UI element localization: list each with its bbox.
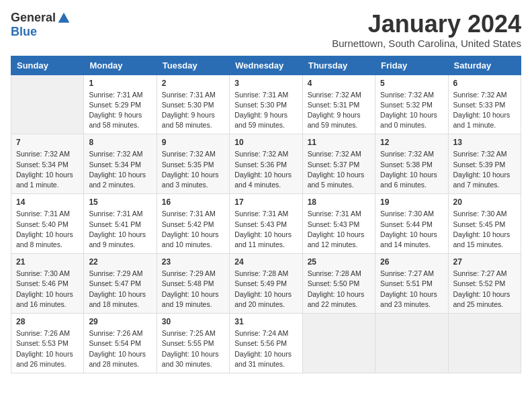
table-cell: 31Sunrise: 7:24 AMSunset: 5:56 PMDayligh…: [230, 314, 302, 373]
logo-icon: [57, 11, 71, 25]
table-cell: 7Sunrise: 7:32 AMSunset: 5:34 PMDaylight…: [11, 134, 84, 194]
table-cell: [302, 314, 375, 373]
day-number: 20: [453, 197, 516, 207]
day-number: 12: [380, 138, 443, 147]
day-info: Sunrise: 7:31 AMSunset: 5:43 PMDaylight:…: [308, 209, 370, 250]
table-cell: 24Sunrise: 7:28 AMSunset: 5:49 PMDayligh…: [230, 254, 302, 314]
calendar-header: SundayMondayTuesdayWednesdayThursdayFrid…: [11, 56, 521, 75]
day-info: Sunrise: 7:30 AMSunset: 5:45 PMDaylight:…: [453, 209, 516, 250]
day-number: 23: [162, 257, 224, 267]
table-cell: [375, 314, 448, 373]
day-number: 27: [453, 257, 516, 267]
table-cell: [11, 75, 84, 134]
header-day-saturday: Saturday: [448, 56, 521, 75]
table-cell: 9Sunrise: 7:32 AMSunset: 5:35 PMDaylight…: [157, 134, 229, 194]
table-cell: 13Sunrise: 7:32 AMSunset: 5:39 PMDayligh…: [448, 134, 521, 194]
logo: General Blue: [11, 11, 71, 39]
day-info: Sunrise: 7:31 AMSunset: 5:41 PMDaylight:…: [89, 209, 151, 250]
day-info: Sunrise: 7:32 AMSunset: 5:38 PMDaylight:…: [380, 149, 443, 190]
table-cell: 14Sunrise: 7:31 AMSunset: 5:40 PMDayligh…: [11, 194, 84, 254]
day-number: 25: [308, 257, 370, 267]
day-info: Sunrise: 7:27 AMSunset: 5:52 PMDaylight:…: [453, 269, 516, 310]
day-number: 30: [162, 317, 224, 326]
header-day-thursday: Thursday: [302, 56, 375, 75]
day-number: 26: [380, 257, 443, 267]
table-cell: 26Sunrise: 7:27 AMSunset: 5:51 PMDayligh…: [375, 254, 448, 314]
day-info: Sunrise: 7:28 AMSunset: 5:50 PMDaylight:…: [308, 269, 370, 310]
day-info: Sunrise: 7:25 AMSunset: 5:55 PMDaylight:…: [162, 328, 224, 369]
day-number: 29: [89, 317, 151, 326]
table-cell: 30Sunrise: 7:25 AMSunset: 5:55 PMDayligh…: [157, 314, 229, 373]
week-row-5: 28Sunrise: 7:26 AMSunset: 5:53 PMDayligh…: [11, 314, 521, 373]
page-header: General Blue January 2024 Burnettown, So…: [11, 11, 521, 49]
day-info: Sunrise: 7:32 AMSunset: 5:34 PMDaylight:…: [89, 149, 151, 190]
logo-blue: Blue: [11, 25, 37, 39]
table-cell: 3Sunrise: 7:31 AMSunset: 5:30 PMDaylight…: [230, 75, 302, 134]
table-cell: 21Sunrise: 7:30 AMSunset: 5:46 PMDayligh…: [11, 254, 84, 314]
day-number: 14: [16, 197, 79, 207]
table-cell: 23Sunrise: 7:29 AMSunset: 5:48 PMDayligh…: [157, 254, 229, 314]
day-info: Sunrise: 7:31 AMSunset: 5:40 PMDaylight:…: [16, 209, 79, 250]
table-cell: 11Sunrise: 7:32 AMSunset: 5:37 PMDayligh…: [302, 134, 375, 194]
calendar-table: SundayMondayTuesdayWednesdayThursdayFrid…: [11, 56, 521, 373]
header-day-monday: Monday: [84, 56, 157, 75]
week-row-3: 14Sunrise: 7:31 AMSunset: 5:40 PMDayligh…: [11, 194, 521, 254]
table-cell: 10Sunrise: 7:32 AMSunset: 5:36 PMDayligh…: [230, 134, 302, 194]
day-number: 6: [453, 79, 516, 88]
days-of-week-row: SundayMondayTuesdayWednesdayThursdayFrid…: [11, 56, 521, 75]
table-cell: 18Sunrise: 7:31 AMSunset: 5:43 PMDayligh…: [302, 194, 375, 254]
day-info: Sunrise: 7:32 AMSunset: 5:32 PMDaylight:…: [380, 90, 443, 131]
logo-general: General: [11, 11, 56, 25]
table-cell: 29Sunrise: 7:26 AMSunset: 5:54 PMDayligh…: [84, 314, 157, 373]
day-info: Sunrise: 7:29 AMSunset: 5:47 PMDaylight:…: [89, 269, 151, 310]
day-info: Sunrise: 7:24 AMSunset: 5:56 PMDaylight:…: [234, 328, 297, 369]
week-row-1: 1Sunrise: 7:31 AMSunset: 5:29 PMDaylight…: [11, 75, 521, 134]
day-info: Sunrise: 7:31 AMSunset: 5:42 PMDaylight:…: [162, 209, 224, 250]
day-number: 21: [16, 257, 79, 267]
day-info: Sunrise: 7:27 AMSunset: 5:51 PMDaylight:…: [380, 269, 443, 310]
day-info: Sunrise: 7:32 AMSunset: 5:36 PMDaylight:…: [234, 149, 297, 190]
day-number: 10: [234, 138, 297, 147]
day-number: 9: [162, 138, 224, 147]
day-info: Sunrise: 7:32 AMSunset: 5:34 PMDaylight:…: [16, 149, 79, 190]
table-cell: 4Sunrise: 7:32 AMSunset: 5:31 PMDaylight…: [302, 75, 375, 134]
table-cell: 5Sunrise: 7:32 AMSunset: 5:32 PMDaylight…: [375, 75, 448, 134]
day-info: Sunrise: 7:31 AMSunset: 5:43 PMDaylight:…: [234, 209, 297, 250]
table-cell: 19Sunrise: 7:30 AMSunset: 5:44 PMDayligh…: [375, 194, 448, 254]
day-info: Sunrise: 7:31 AMSunset: 5:29 PMDaylight:…: [89, 90, 151, 131]
day-info: Sunrise: 7:30 AMSunset: 5:44 PMDaylight:…: [380, 209, 443, 250]
table-cell: 12Sunrise: 7:32 AMSunset: 5:38 PMDayligh…: [375, 134, 448, 194]
table-cell: 1Sunrise: 7:31 AMSunset: 5:29 PMDaylight…: [84, 75, 157, 134]
day-number: 18: [308, 197, 370, 207]
day-number: 22: [89, 257, 151, 267]
week-row-4: 21Sunrise: 7:30 AMSunset: 5:46 PMDayligh…: [11, 254, 521, 314]
calendar-body: 1Sunrise: 7:31 AMSunset: 5:29 PMDaylight…: [11, 75, 521, 373]
day-number: 3: [234, 79, 297, 88]
day-number: 5: [380, 79, 443, 88]
day-info: Sunrise: 7:32 AMSunset: 5:39 PMDaylight:…: [453, 149, 516, 190]
day-number: 16: [162, 197, 224, 207]
svg-marker-0: [58, 12, 70, 22]
day-number: 2: [162, 79, 224, 88]
day-number: 8: [89, 138, 151, 147]
day-number: 19: [380, 197, 443, 207]
day-info: Sunrise: 7:31 AMSunset: 5:30 PMDaylight:…: [162, 90, 224, 131]
day-info: Sunrise: 7:32 AMSunset: 5:33 PMDaylight:…: [453, 90, 516, 131]
day-number: 4: [308, 79, 370, 88]
table-cell: 16Sunrise: 7:31 AMSunset: 5:42 PMDayligh…: [157, 194, 229, 254]
table-cell: 15Sunrise: 7:31 AMSunset: 5:41 PMDayligh…: [84, 194, 157, 254]
day-number: 1: [89, 79, 151, 88]
table-cell: 20Sunrise: 7:30 AMSunset: 5:45 PMDayligh…: [448, 194, 521, 254]
day-info: Sunrise: 7:32 AMSunset: 5:35 PMDaylight:…: [162, 149, 224, 190]
day-number: 13: [453, 138, 516, 147]
day-number: 15: [89, 197, 151, 207]
week-row-2: 7Sunrise: 7:32 AMSunset: 5:34 PMDaylight…: [11, 134, 521, 194]
day-number: 28: [16, 317, 79, 326]
day-info: Sunrise: 7:30 AMSunset: 5:46 PMDaylight:…: [16, 269, 79, 310]
day-number: 11: [308, 138, 370, 147]
table-cell: 25Sunrise: 7:28 AMSunset: 5:50 PMDayligh…: [302, 254, 375, 314]
table-cell: 8Sunrise: 7:32 AMSunset: 5:34 PMDaylight…: [84, 134, 157, 194]
table-cell: 2Sunrise: 7:31 AMSunset: 5:30 PMDaylight…: [157, 75, 229, 134]
table-cell: 27Sunrise: 7:27 AMSunset: 5:52 PMDayligh…: [448, 254, 521, 314]
table-cell: 28Sunrise: 7:26 AMSunset: 5:53 PMDayligh…: [11, 314, 84, 373]
